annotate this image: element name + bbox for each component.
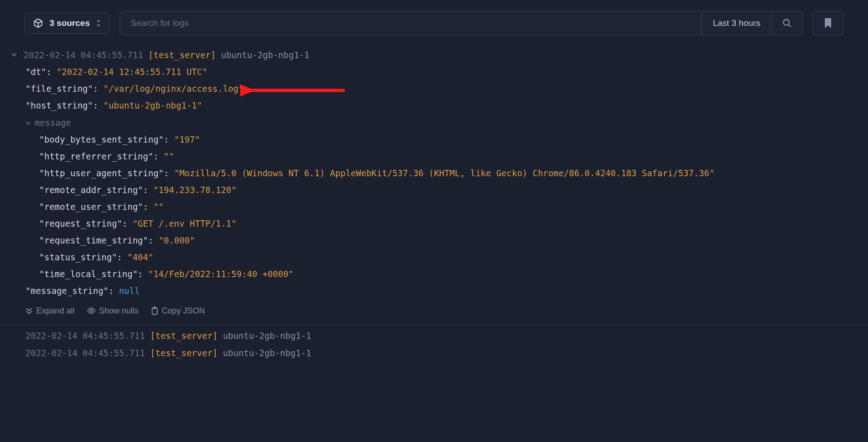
svg-line-1	[788, 25, 791, 27]
svg-rect-4	[152, 308, 157, 314]
log-source: [test_server]	[150, 348, 218, 358]
clipboard-icon	[151, 307, 158, 315]
chevron-down-icon	[25, 120, 31, 126]
svg-point-0	[783, 20, 789, 25]
field-referrer[interactable]: "http_referrer_string": ""	[39, 148, 868, 165]
log-row[interactable]: 2022-02-14 04:45:55.711 [test_server] ub…	[0, 327, 868, 344]
message-toggle[interactable]: message	[25, 114, 71, 131]
log-summary: 2022-02-14 04:45:55.711 [test_server] ub…	[25, 346, 311, 360]
field-message-string[interactable]: "message_string": null	[25, 283, 868, 299]
top-bar: 3 sources Last 3 hours	[0, 0, 868, 46]
search-input[interactable]	[120, 18, 702, 28]
field-host-string[interactable]: "host_string": "ubuntu-2gb-nbg1-1"	[25, 97, 868, 114]
field-user-agent[interactable]: "http_user_agent_string": "Mozilla/5.0 (…	[39, 165, 868, 182]
eye-icon	[87, 308, 95, 314]
time-range-selector[interactable]: Last 3 hours	[701, 11, 771, 35]
log-source: [test_server]	[150, 331, 218, 341]
field-request[interactable]: "request_string": "GET /.env HTTP/1.1"	[39, 215, 868, 232]
field-dt[interactable]: "dt": "2022-02-14 12:45:55.711 UTC"	[25, 64, 868, 80]
log-timestamp: 2022-02-14 04:45:55.711	[25, 331, 145, 341]
svg-point-3	[90, 310, 93, 312]
field-body-bytes[interactable]: "body_bytes_sent_string": "197"	[39, 131, 868, 148]
log-summary: 2022-02-14 04:45:55.711 [test_server] ub…	[25, 329, 311, 343]
log-host: ubuntu-2gb-nbg1-1	[223, 348, 311, 358]
field-status[interactable]: "status_string": "404"	[39, 249, 868, 266]
chevron-updown-icon	[96, 20, 101, 27]
search-icon	[782, 18, 792, 28]
field-request-time[interactable]: "request_time_string": "0.000"	[39, 232, 868, 249]
copy-json-button[interactable]: Copy JSON	[151, 306, 205, 316]
sources-label: 3 sources	[50, 18, 90, 28]
log-row[interactable]: 2022-02-14 04:45:55.711 [test_server] ub…	[0, 344, 868, 362]
log-row-expanded-header: 2022-02-14 04:45:55.711 [test_server] ub…	[0, 46, 868, 64]
log-host: ubuntu-2gb-nbg1-1	[223, 331, 311, 341]
expanded-fields: "dt": "2022-02-14 12:45:55.711 UTC" "fil…	[0, 64, 868, 299]
sources-selector[interactable]: 3 sources	[25, 12, 109, 34]
double-chevron-down-icon	[25, 307, 33, 314]
bookmark-icon	[824, 18, 832, 28]
show-nulls-button[interactable]: Show nulls	[87, 306, 139, 316]
field-remote-user[interactable]: "remote_user_string": ""	[39, 199, 868, 215]
chevron-down-icon	[11, 51, 17, 58]
logs-area: 2022-02-14 04:45:55.711 [test_server] ub…	[0, 46, 868, 362]
message-nested: "body_bytes_sent_string": "197" "http_re…	[25, 131, 868, 283]
log-timestamp: 2022-02-14 04:45:55.711	[24, 50, 143, 60]
log-summary[interactable]: 2022-02-14 04:45:55.711 [test_server] ub…	[24, 48, 309, 62]
search-button[interactable]	[771, 11, 802, 35]
expand-all-button[interactable]: Expand all	[25, 306, 74, 316]
field-message-group: message	[25, 114, 868, 132]
log-source: [test_server]	[149, 50, 216, 60]
log-actions: Expand all Show nulls Copy JSON	[0, 300, 868, 322]
log-host: ubuntu-2gb-nbg1-1	[221, 50, 309, 60]
log-timestamp: 2022-02-14 04:45:55.711	[25, 348, 145, 358]
bookmark-button[interactable]	[813, 11, 843, 35]
divider	[0, 325, 868, 325]
field-file-string[interactable]: "file_string": "/var/log/nginx/access.lo…	[25, 80, 868, 97]
cube-icon	[33, 18, 43, 28]
search-bar: Last 3 hours	[119, 11, 803, 35]
collapse-toggle[interactable]	[9, 50, 19, 60]
field-time-local[interactable]: "time_local_string": "14/Feb/2022:11:59:…	[39, 266, 868, 283]
field-remote-addr[interactable]: "remote_addr_string": "194.233.78.120"	[39, 182, 868, 199]
